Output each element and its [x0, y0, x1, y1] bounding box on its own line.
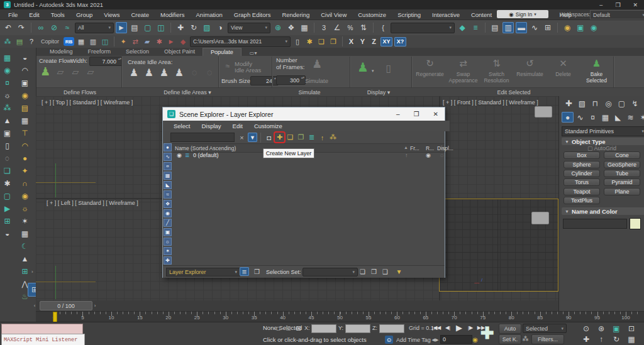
display-panel-icon[interactable]: ▢ [616, 98, 628, 109]
plugin-swap-icon[interactable]: ⇄ [130, 36, 140, 47]
sun-yellow-icon[interactable]: ☼ [19, 203, 30, 214]
sign-in-button[interactable]: ◉ Sign In ▾ [497, 10, 548, 18]
picture-icon[interactable]: ▣ [2, 128, 13, 138]
bulb-icon[interactable]: ¤ [2, 77, 13, 88]
menu-animation[interactable]: Animation [191, 9, 228, 19]
filter-plus-icon[interactable]: ✚ [164, 256, 172, 265]
boards-tool-icon[interactable]: ❐ [328, 36, 338, 47]
table-tool-icon[interactable]: ◫ [100, 36, 110, 47]
shapes-category-icon[interactable]: ∿ [574, 112, 586, 123]
perspective-viewport-gizmo[interactable] [531, 212, 549, 224]
previous-frame-button[interactable]: ◀| [443, 323, 453, 332]
pick-layer-icon[interactable]: ⁂ [328, 133, 338, 142]
zoom-extents-icon[interactable]: ▣ [609, 323, 624, 334]
dialog-menu-edit[interactable]: Edit [227, 123, 248, 129]
filter-particles-icon[interactable]: ✶ [164, 247, 172, 255]
plugin-arrow-icon[interactable]: ► [166, 36, 176, 47]
lock-cell-editing-icon[interactable]: ◘ [264, 133, 274, 142]
menu-customize[interactable]: Customize [352, 9, 392, 19]
display-toggle-icon[interactable]: ◌ [440, 152, 443, 158]
menu-content[interactable]: Content [465, 9, 497, 19]
toggle-layer-explorer-icon[interactable]: ▥ [502, 22, 514, 33]
filter-geometry-icon[interactable]: ● [164, 143, 172, 151]
ring-icon[interactable]: ◌ [2, 153, 13, 163]
idle-blob-2-icon[interactable]: ◌ [204, 67, 215, 78]
save-selection-set-icon[interactable]: ❏ [358, 267, 367, 276]
teapot-button[interactable]: Teapot [564, 188, 600, 195]
auto-key-button[interactable]: Auto [499, 324, 521, 334]
gear-icon[interactable]: ✱ [2, 178, 13, 189]
filter-lights-2-icon[interactable]: ☼ [164, 238, 172, 246]
camera-rig-icon[interactable]: ◉ [2, 65, 13, 75]
minimize-button[interactable]: – [599, 2, 602, 8]
create-panel-icon[interactable]: ✚ [563, 98, 575, 109]
maxscript-mini-listener[interactable]: MAXScript Mini Listener [1, 334, 85, 345]
flow-ramp-icon[interactable]: ▱ [55, 66, 66, 77]
select-and-rotate-icon[interactable]: ↻ [188, 22, 199, 33]
name-column-header[interactable]: Name (Sorted Ascending) [175, 145, 236, 151]
ribbon-tab-freeform[interactable]: Freeform [80, 48, 119, 56]
menu-rendering[interactable]: Rendering [276, 9, 315, 19]
clear-search-icon[interactable]: × [237, 133, 247, 142]
reference-coordinate-system-select[interactable]: View▾ [228, 23, 270, 33]
selection-lock-icon[interactable]: ◘ [274, 324, 282, 332]
expand-toolbar-arrow-icon[interactable]: › [31, 269, 33, 275]
idle-area-walk-icon[interactable]: ♟ [128, 67, 140, 78]
render-setup-icon[interactable]: ◉ [562, 22, 573, 33]
dialog-minimize-button[interactable]: – [396, 111, 400, 118]
menu-graph-editors[interactable]: Graph Editors [228, 9, 277, 19]
teapot-icon[interactable]: ◒ [19, 52, 30, 63]
add-selection-to-new-layer-icon[interactable]: ❏ [286, 133, 295, 142]
ribbon-tab-object-paint[interactable]: Object Paint [157, 48, 203, 56]
panel-options-icon[interactable]: ▭▾ [247, 50, 260, 56]
filter-groups-icon[interactable]: ❖ [164, 200, 172, 208]
key-filters-button[interactable]: Filters... [531, 334, 564, 344]
schematic-view-icon[interactable]: ⊞ [542, 22, 553, 33]
filter-icon[interactable]: ▼ [248, 133, 257, 142]
modify-panel-icon[interactable]: ▧ [576, 98, 588, 109]
x-coordinate-field[interactable] [311, 324, 336, 333]
tree-icon[interactable]: ▲ [2, 115, 13, 126]
redo-icon[interactable]: ↷ [16, 22, 27, 33]
layer-name[interactable]: 0 (default) [193, 152, 219, 158]
curve-editor-icon[interactable]: ∿ [529, 22, 540, 33]
create-flow-icon[interactable]: ♟ [40, 66, 51, 77]
z-constraint-button[interactable]: Z [369, 38, 379, 45]
edit-selected-group-label[interactable]: Edit Selected [476, 89, 552, 96]
utilities-panel-icon[interactable]: ↯ [629, 98, 641, 109]
clipboard-tool-icon[interactable]: ▯ [292, 36, 303, 47]
video-play-icon[interactable]: ▶ [2, 203, 13, 214]
hierarchy-panel-icon[interactable]: ⊓ [589, 98, 601, 109]
dialog-title-bar[interactable]: ❏ Scene Explorer - Layer Explorer – ❒ ✕ [163, 107, 445, 121]
parasol-icon[interactable]: ∩ [19, 178, 30, 189]
photos-icon[interactable]: ❏ [2, 165, 13, 176]
next-frame-button[interactable]: |▶ [465, 323, 475, 332]
sphere-button[interactable]: Sphere [564, 161, 600, 168]
grid-split-icon[interactable]: ⊞ [2, 216, 13, 226]
menu-scripting[interactable]: Scripting [392, 9, 426, 19]
geometry-category-icon[interactable]: ● [562, 112, 574, 123]
add-selection-to-current-layer-icon[interactable]: ❐ [296, 133, 306, 142]
set-key-button[interactable]: Set K. [499, 334, 521, 344]
menu-views[interactable]: Views [98, 9, 125, 19]
ribbon-tab-modeling[interactable]: Modeling [42, 48, 80, 56]
select-object-icon[interactable]: ► [116, 22, 127, 33]
simulate-group-label[interactable]: Simulate [281, 89, 338, 96]
filter-space-warps-icon[interactable]: ≈ [164, 190, 172, 199]
rendered-frame-window-icon[interactable]: ▣ [575, 22, 586, 33]
layer-view-toggle-icon[interactable]: ≣ [240, 267, 249, 276]
select-and-place-icon[interactable]: ◑ [214, 22, 226, 33]
edit-selection-set-icon[interactable]: ❑ [380, 267, 390, 276]
display-group-label[interactable]: Display ▾ [350, 89, 407, 96]
key-filters-paw-icon[interactable]: ⁂ [521, 335, 530, 343]
set-active-layer-icon[interactable]: ↑ [318, 133, 327, 142]
select-and-move-icon[interactable]: ✚ [175, 22, 186, 33]
edit-named-selection-sets-icon[interactable]: { [377, 22, 389, 33]
cone-button[interactable]: Cone [604, 151, 640, 159]
notes-tool-icon[interactable]: ▤ [14, 36, 25, 47]
width-spinner[interactable]: 7.000▴▾ [89, 57, 123, 66]
idle-area-circle-icon[interactable]: ♟ [158, 67, 170, 78]
projector-icon[interactable]: ▦ [2, 52, 13, 63]
mountain-icon[interactable]: ▲ [19, 253, 30, 264]
filter-shapes-icon[interactable]: ∿ [164, 153, 172, 161]
